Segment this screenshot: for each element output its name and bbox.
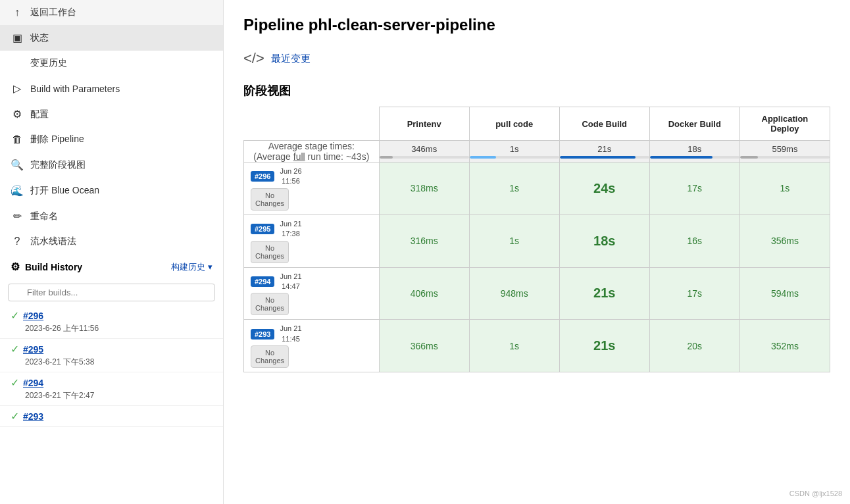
stage-value-r1-s3: 16s <box>688 236 703 246</box>
build-list: ✓ #296 2023-6-26 上午11:56 ✓ #295 2023-6-2… <box>0 305 223 427</box>
progress-bar-wrap-0 <box>380 156 469 159</box>
stage-cell-r0-s0[interactable]: 318ms <box>379 163 469 215</box>
sidebar-item-build_params[interactable]: ▷Build with Parameters <box>0 76 223 101</box>
stage-cell-r1-s2[interactable]: 18s <box>559 214 649 267</box>
sidebar-label-pipeline_syntax: 流水线语法 <box>30 236 76 247</box>
build-item-date: 2023-6-21 下午5:38 <box>11 357 213 368</box>
back-icon: ↑ <box>11 7 24 18</box>
build-num-badge-2[interactable]: #294 <box>251 276 274 287</box>
stage-value-r0-s0: 318ms <box>411 183 438 193</box>
row-label-top-1: #295 Jun 2117:38 <box>251 219 302 239</box>
sidebar-item-delete[interactable]: 🗑删除 Pipeline <box>0 127 223 152</box>
no-changes-btn-3[interactable]: NoChanges <box>251 345 289 368</box>
stage-cell-r3-s4[interactable]: 352ms <box>739 320 830 372</box>
stage-header-3: Docker Build <box>649 107 739 141</box>
progress-bar-1 <box>470 156 497 159</box>
avg-time-value-2: 21s <box>560 144 649 154</box>
sidebar-item-back[interactable]: ↑返回工作台 <box>0 0 223 25</box>
full_stage-icon: 🔍 <box>11 159 24 171</box>
stage-value-r0-s4: 1s <box>780 183 790 193</box>
build-history-cn-link[interactable]: 构建历史 ▾ <box>171 261 213 273</box>
stage-cell-r3-s2[interactable]: 21s <box>559 320 649 372</box>
row-label-top-3: #293 Jun 2111:45 <box>251 324 302 344</box>
stage-header-2: Code Build <box>559 107 649 141</box>
filter-builds-input[interactable] <box>8 284 215 301</box>
build-success-icon: ✓ <box>11 376 19 389</box>
stage-cell-r3-s3[interactable]: 20s <box>649 320 739 372</box>
build-date-2: Jun 2114:47 <box>280 272 301 292</box>
stage-cell-r0-s2[interactable]: 24s <box>559 163 649 215</box>
build-list-item: ✓ #296 2023-6-26 上午11:56 <box>0 305 223 339</box>
build-number-link[interactable]: #296 <box>23 311 43 321</box>
stage-value-r3-s0: 366ms <box>411 341 438 351</box>
no-changes-btn-1[interactable]: NoChanges <box>251 241 289 263</box>
stage-cell-r3-s0[interactable]: 366ms <box>379 320 469 372</box>
stage-cell-r0-s4[interactable]: 1s <box>739 163 830 215</box>
recent-changes-link[interactable]: 最近变更 <box>271 53 311 65</box>
no-changes-btn-0[interactable]: NoChanges <box>251 188 289 211</box>
stage-cell-r2-s1[interactable]: 948ms <box>469 267 559 320</box>
build-list-item: ✓ #294 2023-6-21 下午2:47 <box>0 372 223 406</box>
stage-cell-r1-s0[interactable]: 316ms <box>379 214 469 267</box>
sidebar-item-changes[interactable]: 变更历史 <box>0 51 223 76</box>
progress-bar-wrap-4 <box>740 156 830 159</box>
stage-cell-r2-s3[interactable]: 17s <box>649 267 739 320</box>
stage-header-1: pull code <box>469 107 559 141</box>
sidebar-label-config: 配置 <box>30 109 49 120</box>
main-content: Pipeline phl-clean-server-pipeline </> 最… <box>224 0 850 504</box>
avg-stage-cell-3: 18s <box>649 141 739 163</box>
build-number-link[interactable]: #294 <box>23 378 43 388</box>
stage-cell-r3-s1[interactable]: 1s <box>469 320 559 372</box>
build-number-link[interactable]: #293 <box>23 411 43 422</box>
change-section: </> 最近变更 <box>243 50 830 67</box>
stage-cell-r1-s3[interactable]: 16s <box>649 214 739 267</box>
no-changes-btn-2[interactable]: NoChanges <box>251 293 289 315</box>
sidebar-item-config[interactable]: ⚙配置 <box>0 101 223 127</box>
stage-value-large-r1-s2: 18s <box>593 234 615 248</box>
progress-bar-wrap-3 <box>650 156 739 159</box>
build-num-badge-0[interactable]: #296 <box>251 171 274 182</box>
sidebar-item-blue_ocean[interactable]: 🌊打开 Blue Ocean <box>0 178 223 203</box>
avg-stage-cell-2: 21s <box>559 141 649 163</box>
sidebar-label-build_params: Build with Parameters <box>30 84 120 94</box>
sidebar-item-pipeline_syntax[interactable]: ?流水线语法 <box>0 229 223 254</box>
avg-label-line1: Average stage times: <box>268 141 355 151</box>
code-icon: </> <box>243 50 264 67</box>
stage-value-r2-s3: 17s <box>688 288 703 299</box>
build-num-badge-3[interactable]: #293 <box>251 329 274 340</box>
sidebar-label-back: 返回工作台 <box>30 7 76 18</box>
stage-cell-r2-s0[interactable]: 406ms <box>379 267 469 320</box>
gear-icon: ⚙ <box>11 261 20 273</box>
watermark: CSDN @ljx1528 <box>789 490 842 497</box>
stage-header-0: Printenv <box>379 107 469 141</box>
avg-time-value-0: 346ms <box>380 144 469 154</box>
build-list-item: ✓ #295 2023-6-21 下午5:38 <box>0 339 223 372</box>
stage-cell-r2-s2[interactable]: 21s <box>559 267 649 320</box>
row-label-td-2: #294 Jun 2114:47 NoChanges <box>244 267 380 320</box>
build-number-link[interactable]: #295 <box>23 344 43 355</box>
row-label-td-3: #293 Jun 2111:45 NoChanges <box>244 320 380 372</box>
build-num-badge-1[interactable]: #295 <box>251 224 274 234</box>
build-success-icon: ✓ <box>11 309 19 322</box>
stage-value-large-r3-s2: 21s <box>593 338 615 353</box>
sidebar-item-status[interactable]: ▣状态 <box>0 25 223 51</box>
stage-table: Printenvpull codeCode BuildDocker BuildA… <box>243 107 830 372</box>
avg-label-line2: (Average full run time: ~43s) <box>253 151 369 162</box>
progress-bar-wrap-2 <box>560 156 649 159</box>
sidebar-item-rename[interactable]: ✏重命名 <box>0 203 223 229</box>
sidebar-item-full_stage[interactable]: 🔍完整阶段视图 <box>0 152 223 178</box>
stage-cell-r1-s4[interactable]: 356ms <box>739 214 830 267</box>
build-date-3: Jun 2111:45 <box>280 324 301 344</box>
config-icon: ⚙ <box>11 108 24 120</box>
build-history-label: Build History <box>25 262 82 272</box>
row-label-top-2: #294 Jun 2114:47 <box>251 272 302 292</box>
stage-value-r2-s1: 948ms <box>501 288 528 299</box>
stage-cell-r1-s1[interactable]: 1s <box>469 214 559 267</box>
stage-value-r2-s0: 406ms <box>411 288 438 299</box>
stage-cell-r2-s4[interactable]: 594ms <box>739 267 830 320</box>
stage-value-r3-s1: 1s <box>509 341 519 351</box>
filter-input-wrapper: 🔍 <box>0 280 223 305</box>
sidebar-label-changes: 变更历史 <box>30 57 67 69</box>
stage-cell-r0-s1[interactable]: 1s <box>469 163 559 215</box>
stage-cell-r0-s3[interactable]: 17s <box>649 163 739 215</box>
